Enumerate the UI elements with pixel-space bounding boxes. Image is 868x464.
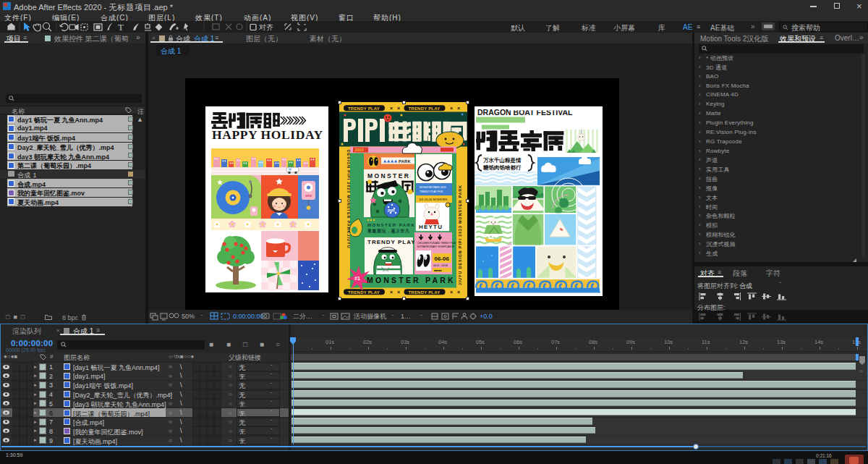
- svg-text:活动摄像机: 活动摄像机: [353, 313, 386, 320]
- svg-text:CHILDREN FUN AND TRENDY PLAY: CHILDREN FUN AND TRENDY PLAY: [417, 242, 457, 245]
- svg-text:MONSTER PARK 2023: MONSTER PARK 2023: [420, 186, 446, 189]
- svg-text:06.01 - 06.06: 06.01 - 06.06: [433, 264, 448, 267]
- svg-text:PARK: PARK: [399, 159, 411, 164]
- svg-text:×: ×: [397, 106, 400, 111]
- svg-text:2022: 2022: [355, 148, 364, 152]
- svg-text:ˇ: ˇ: [323, 313, 325, 320]
- svg-text:HAPPY HOLIDAY: HAPPY HOLIDAY: [212, 127, 323, 142]
- svg-text:JUL 06-06 MONSTER: JUL 06-06 MONSTER: [419, 198, 448, 201]
- svg-text:ˇ: ˇ: [420, 313, 422, 320]
- svg-text:HEYTU: HEYTU: [419, 224, 443, 230]
- svg-text:×: ×: [390, 106, 393, 111]
- svg-text:06-06: 06-06: [435, 256, 450, 262]
- svg-text:TRENDY PLAY: TRENDY PLAY: [367, 239, 416, 245]
- svg-text:TRENDY PLAY: TRENDY PLAY: [409, 106, 441, 111]
- svg-text:TRENDY PLAY FUN: TRENDY PLAY FUN: [420, 190, 443, 193]
- svg-text:对齐: 对齐: [259, 23, 273, 31]
- svg-text:×: ×: [397, 290, 400, 295]
- svg-text:MONSTER: MONSTER: [367, 172, 410, 180]
- svg-text:1…: 1…: [401, 313, 411, 320]
- svg-text:TRENDY PLAY: TRENDY PLAY: [348, 106, 380, 111]
- svg-text:EXTRAORDINARY SIGNIFICANCE: EXTRAORDINARY SIGNIFICANCE: [417, 245, 454, 248]
- svg-text:PiPi: PiPi: [388, 208, 395, 213]
- svg-text:×: ×: [450, 290, 453, 295]
- svg-text:ˇ: ˇ: [201, 313, 203, 320]
- svg-text:■■■■■: ■■■■■: [434, 269, 441, 272]
- svg-text:×: ×: [390, 290, 393, 295]
- svg-text:万水千山粽是情: 万水千山粽是情: [482, 157, 522, 164]
- svg-text:DESIGN PIPI 2023 MONSTER PARKJ: DESIGN PIPI 2023 MONSTER PARKJIUYU: [346, 150, 351, 249]
- svg-text:×: ×: [457, 106, 460, 111]
- svg-text:TRENDY PLAY: TRENDY PLAY: [409, 290, 441, 295]
- svg-text:0:00:00:00: 0:00:00:00: [233, 313, 264, 320]
- svg-text:糖馅肉馅啥都行: 糖馅肉馅啥都行: [482, 164, 522, 171]
- svg-text:童趣潮玩，惠义非凡: 童趣潮玩，惠义非凡: [367, 228, 410, 234]
- svg-text:二分…: 二分…: [293, 313, 312, 320]
- svg-text:#1: #1: [354, 276, 360, 281]
- svg-text:ˇ: ˇ: [392, 313, 394, 320]
- svg-text:×: ×: [450, 106, 453, 111]
- svg-text:MONSTER PARK: MONSTER PARK: [367, 276, 456, 284]
- svg-text:MONSTER PARK: MONSTER PARK: [367, 223, 415, 227]
- svg-text:JIUYU DESIGN PIPI 2023 MONSTER: JIUYU DESIGN PIPI 2023 MONSTER PARK: [458, 185, 462, 285]
- svg-text:TRENDY PLAY: TRENDY PLAY: [348, 290, 380, 295]
- svg-text:×: ×: [457, 290, 460, 295]
- svg-text:50%: 50%: [182, 313, 195, 320]
- svg-text:+0.0: +0.0: [480, 313, 493, 320]
- svg-text:T: T: [118, 22, 124, 33]
